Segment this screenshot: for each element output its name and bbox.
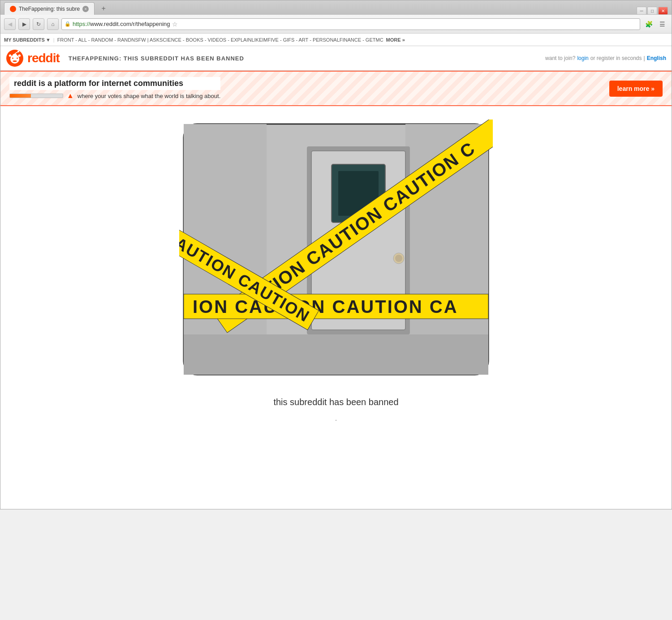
language-selector[interactable]: English [647,55,666,61]
extensions-icon[interactable]: 🧩 [643,18,655,30]
browser-window: TheFappening: this subre × + ─ □ ✕ ◀ ▶ ↻… [0,0,672,509]
reddit-header: reddit TheFappening: this subreddit has … [0,46,672,71]
browser-toolbar: ◀ ▶ ↻ ⌂ 🔒 https://www.reddit.com/r/thefa… [0,15,672,34]
my-subreddits-dropdown[interactable]: MY SUBREDDITS ▼ [4,37,51,43]
address-bar[interactable]: 🔒 https://www.reddit.com/r/thefappening … [61,18,640,30]
promo-sub-area: ▲ where your votes shape what the world … [9,92,220,100]
reddit-alien-logo[interactable] [6,49,24,67]
promo-sub-text: where your votes shape what the world is… [78,93,220,99]
menu-icon[interactable]: ☰ [656,18,668,30]
banned-door-illustration: CAUTION CAUTION CAUTION C ION CAUTION CA… [179,120,493,388]
dropdown-arrow: ▼ [46,37,51,43]
progress-bar [9,94,63,98]
svg-point-21 [395,255,402,262]
svg-text:ION   CAUTION   CAUTION   CA: ION CAUTION CAUTION CA [193,297,458,316]
minimize-button[interactable]: ─ [637,7,646,15]
svg-point-5 [17,58,18,59]
svg-point-9 [17,51,19,52]
tab-bar: TheFappening: this subre × + ─ □ ✕ [0,0,672,15]
nav-separator: | [53,37,55,43]
promo-banner: reddit is a platform for internet commun… [0,71,672,106]
reddit-logo-area: reddit TheFappening: this subreddit has … [6,49,244,67]
reddit-favicon [10,6,16,12]
url-text: www.reddit.com/r/thefappening [90,21,170,27]
home-button[interactable]: ⌂ [47,18,59,30]
reddit-nav-bar: MY SUBREDDITS ▼ | FRONT - ALL - RANDOM -… [0,34,672,46]
maximize-button[interactable]: □ [647,7,657,15]
learn-more-button[interactable]: learn more » [609,81,663,97]
close-button[interactable]: ✕ [658,7,668,15]
reddit-wordmark[interactable]: reddit [27,51,60,65]
login-link[interactable]: login [577,55,588,61]
tab-close-button[interactable]: × [82,6,89,12]
my-subreddits-label: MY SUBREDDITS [4,37,45,43]
window-controls: ─ □ ✕ [637,7,668,15]
promo-text-area: reddit is a platform for internet commun… [9,77,220,100]
want-to-join-text: want to join? [545,55,575,61]
address-text: https://www.reddit.com/r/thefappening [73,21,170,27]
nav-links: FRONT - ALL - RANDOM - RANDNSFW | ASKSCI… [57,37,383,43]
banned-dot: . [335,413,337,423]
back-button[interactable]: ◀ [4,18,16,30]
more-button[interactable]: MORE » [386,37,405,43]
header-right: want to join? login or register in secon… [545,55,666,61]
svg-point-4 [12,58,13,59]
tab-title: TheFappening: this subre [19,6,80,12]
promo-main-text: reddit is a platform for internet commun… [9,77,220,90]
or-register-text: or register in seconds [590,55,642,61]
active-tab[interactable]: TheFappening: this subre × [4,2,95,15]
lock-icon: 🔒 [65,21,71,27]
toolbar-icons: 🧩 ☰ [643,18,668,30]
upvote-icon: ▲ [67,92,74,100]
main-content: CAUTION CAUTION CAUTION C ION CAUTION CA… [0,106,672,509]
protocol-text: https:// [73,21,90,27]
svg-rect-13 [184,348,488,375]
banned-message: this subreddit has been banned [273,397,398,407]
subreddit-banned-title: TheFappening: this subreddit has been ba… [69,55,244,62]
refresh-button[interactable]: ↻ [33,18,44,30]
bookmark-icon[interactable]: ☆ [172,21,178,28]
new-tab-button[interactable]: + [95,2,112,15]
svg-point-7 [13,54,17,57]
forward-button[interactable]: ▶ [18,18,30,30]
progress-fill [10,94,31,98]
